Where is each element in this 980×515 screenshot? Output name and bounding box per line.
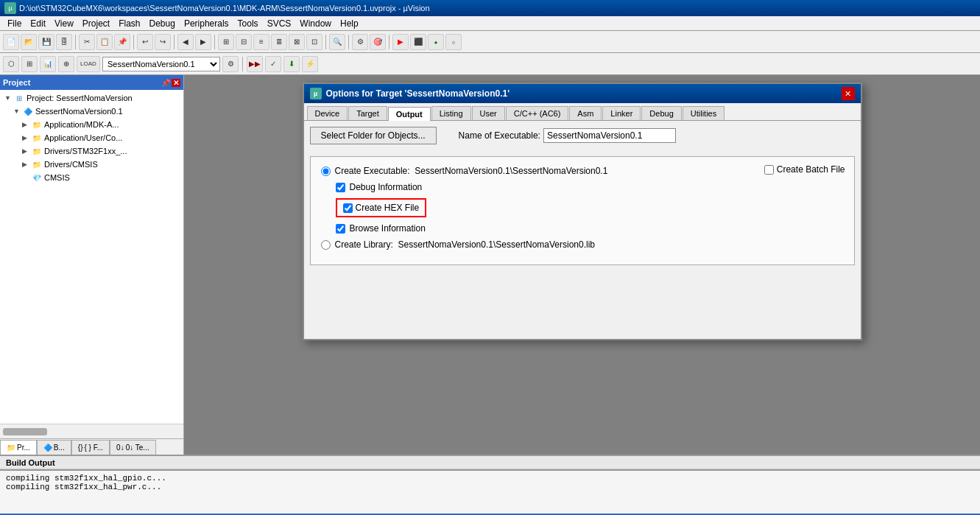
tab-output[interactable]: Output <box>388 107 431 121</box>
cut-button[interactable]: ✂ <box>79 34 95 50</box>
panel-scrollbar[interactable] <box>0 424 183 438</box>
open-button[interactable]: 📂 <box>21 34 37 50</box>
nav-back-button[interactable]: ◀ <box>177 34 194 50</box>
debug-info-checkbox[interactable] <box>336 183 345 192</box>
folder-icon: 📁 <box>31 159 43 169</box>
save-all-button[interactable]: 🗄 <box>56 34 72 50</box>
btn9[interactable]: ⊠ <box>289 34 305 50</box>
btn-d[interactable]: ⊕ <box>58 56 74 72</box>
tab-debug[interactable]: Debug <box>641 106 681 120</box>
tab-linker[interactable]: Linker <box>602 106 641 120</box>
create-library-label: Create Library: SessertNomaVersion0.1\Se… <box>335 239 596 250</box>
menu-svcs[interactable]: SVCS <box>263 17 296 30</box>
build-btn[interactable]: ▶▶ <box>247 56 263 72</box>
nav-fwd-button[interactable]: ▶ <box>195 34 211 50</box>
menu-window[interactable]: Window <box>295 17 336 30</box>
browse-info-row: Browse Information <box>321 223 844 234</box>
tab-listing[interactable]: Listing <box>431 106 471 120</box>
menu-project[interactable]: Project <box>78 17 114 30</box>
btn8[interactable]: ≣ <box>271 34 287 50</box>
tree-item[interactable]: 💎 CMSIS <box>1 171 182 184</box>
sep4 <box>214 35 215 49</box>
tab-functions-label: { } F... <box>85 444 104 452</box>
menu-tools[interactable]: Tools <box>233 17 263 30</box>
hex-file-row: Create HEX File <box>321 197 844 219</box>
create-batch-checkbox[interactable] <box>764 165 774 175</box>
folder-icon: 🔷 <box>22 106 34 116</box>
app-icon: µ <box>4 2 16 14</box>
tab-templates[interactable]: 0↓ 0↓ Te... <box>110 440 156 455</box>
tree-item[interactable]: ▶ 📁 Application/User/Co... <box>1 131 182 144</box>
tree-item-label: SessertNomaVersion0.1 <box>35 107 123 116</box>
menu-help[interactable]: Help <box>336 17 363 30</box>
dialog-close-button[interactable]: ✕ <box>842 87 855 100</box>
tab-target[interactable]: Target <box>348 106 387 120</box>
btn-a[interactable]: ⬡ <box>3 56 19 72</box>
rebuild-btn[interactable]: ✓ <box>265 56 281 72</box>
tab-functions[interactable]: {} { } F... <box>71 440 110 455</box>
scroll-thumb[interactable] <box>3 428 47 435</box>
menu-edit[interactable]: Edit <box>26 17 50 30</box>
debug-step2[interactable]: ⬦ <box>445 34 462 50</box>
create-executable-radio[interactable] <box>321 167 331 176</box>
btn-b[interactable]: ⊞ <box>21 56 38 72</box>
flash-btn[interactable]: ⬇ <box>283 56 300 72</box>
executable-name-input[interactable] <box>543 128 676 143</box>
toolbar-secondary: ⬡ ⊞ 📊 ⊕ LOAD SessertNomaVersion0.1 ⚙ ▶▶ … <box>0 53 980 75</box>
new-file-button[interactable]: 📄 <box>3 34 19 50</box>
tree-item[interactable]: ▶ 📁 Drivers/STM32F1xx_... <box>1 144 182 158</box>
tree-item[interactable]: ▼ 🔷 SessertNomaVersion0.1 <box>1 105 182 118</box>
browse-info-checkbox[interactable] <box>336 224 345 234</box>
btn10[interactable]: ⊡ <box>306 34 322 50</box>
close-panel-button[interactable]: ✕ <box>172 79 180 87</box>
target-select[interactable]: SessertNomaVersion0.1 <box>102 57 220 71</box>
folder-exec-row: Select Folder for Objects... Name of Exe… <box>310 127 855 144</box>
undo-button[interactable]: ↩ <box>137 34 153 50</box>
select-folder-button[interactable]: Select Folder for Objects... <box>310 127 437 144</box>
redo-button[interactable]: ↪ <box>155 34 171 50</box>
tree-item[interactable]: ▶ 📁 Drivers/CMSIS <box>1 158 182 171</box>
tree-item-label: Drivers/CMSIS <box>44 160 98 169</box>
menu-view[interactable]: View <box>50 17 78 30</box>
create-hex-checkbox[interactable] <box>343 203 353 213</box>
debug-step[interactable]: ⬥ <box>428 34 444 50</box>
create-library-radio[interactable] <box>321 240 331 250</box>
tab-asm[interactable]: Asm <box>569 106 602 120</box>
settings-button[interactable]: ⚙ <box>352 34 368 50</box>
btn7[interactable]: ≡ <box>253 34 269 50</box>
manage-btn[interactable]: ⚙ <box>222 56 239 72</box>
target-button[interactable]: 🎯 <box>370 34 386 50</box>
tab-utilities[interactable]: Utilities <box>683 106 725 120</box>
btn6[interactable]: ⊟ <box>236 34 252 50</box>
save-button[interactable]: 💾 <box>38 34 54 50</box>
tab-templates-label: 0↓ Te... <box>126 444 149 452</box>
btn5[interactable]: ⊞ <box>218 34 234 50</box>
btn-c[interactable]: 📊 <box>40 56 56 72</box>
flash2-btn[interactable]: ⚡ <box>302 56 318 72</box>
tree-item[interactable]: ▶ 📁 Application/MDK-A... <box>1 118 182 131</box>
tab-project[interactable]: 📁 Pr... <box>0 440 37 455</box>
panel-title: Project <box>3 78 30 87</box>
tab-user[interactable]: User <box>472 106 505 120</box>
tree-item[interactable]: ▼ ⊞ Project: SessertNomaVersion <box>1 91 182 105</box>
pin-icon[interactable]: 📌 <box>161 79 170 87</box>
sep6 <box>348 35 349 49</box>
menu-peripherals[interactable]: Peripherals <box>180 17 233 30</box>
menu-file[interactable]: File <box>3 17 26 30</box>
expander-icon: ▶ <box>22 147 31 155</box>
find-button[interactable]: 🔍 <box>329 34 345 50</box>
paste-button[interactable]: 📌 <box>114 34 130 50</box>
tab-cpp[interactable]: C/C++ (AC6) <box>506 106 569 120</box>
debug-start[interactable]: ▶ <box>392 34 409 50</box>
sep2 <box>133 35 134 49</box>
build-line-2: compiling stm32f1xx_hal_pwr.c... <box>6 483 974 491</box>
tab-device[interactable]: Device <box>307 106 348 120</box>
load-btn[interactable]: LOAD <box>77 56 100 72</box>
debug-stop[interactable]: ⬛ <box>410 34 426 50</box>
tab-project-icon: 📁 <box>7 444 15 452</box>
expander-icon: ▼ <box>4 94 13 102</box>
copy-button[interactable]: 📋 <box>96 34 113 50</box>
menu-flash[interactable]: Flash <box>114 17 144 30</box>
tab-books[interactable]: 🔷 B... <box>37 440 71 455</box>
menu-debug[interactable]: Debug <box>145 17 180 30</box>
